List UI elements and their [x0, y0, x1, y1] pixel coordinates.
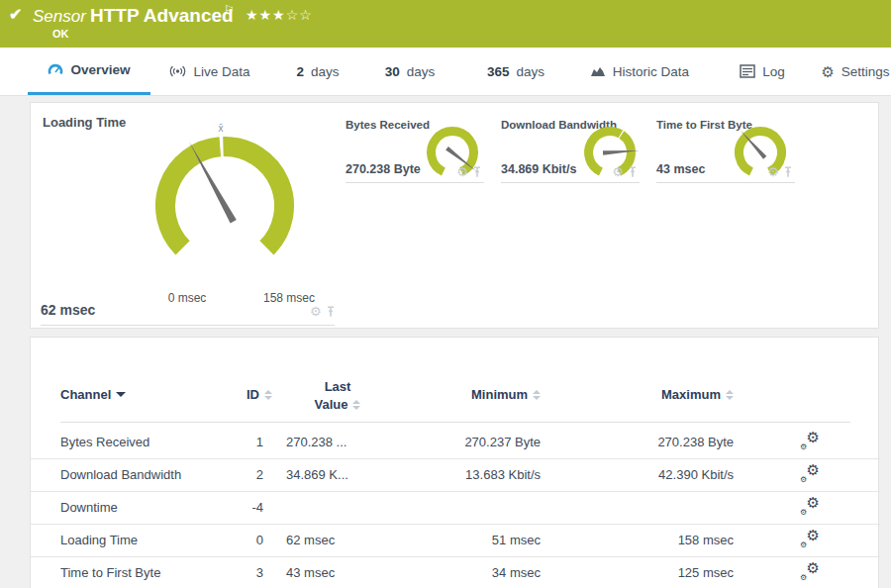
- channel-name: Downtime: [60, 500, 239, 515]
- tab-historic-data[interactable]: Historic Data: [582, 48, 697, 95]
- bytes-received-value: 270.238 Byte: [346, 162, 421, 176]
- tab-30-days-label: days: [407, 64, 436, 79]
- sort-desc-icon: [116, 392, 126, 397]
- column-header-maximum-label: Maximum: [661, 387, 721, 402]
- pin-icon[interactable]: [783, 166, 793, 178]
- average-marker-label: x̄: [219, 123, 224, 134]
- flag-icon[interactable]: ⚐: [224, 3, 235, 17]
- tab-365-days-number: 365: [487, 64, 510, 79]
- channel-maximum: 42.390 Kbit/s: [605, 467, 734, 482]
- sensor-status-header: ✔ Sensor HTTP Advanced ⚐ ★★★☆☆ OK: [0, 0, 891, 48]
- log-list-icon: [740, 64, 755, 78]
- channel-settings-gears-icon[interactable]: ⚙⚙: [800, 497, 820, 517]
- table-row-download-bandwidth: Download Bandwidth 2 34.869 K... 13.683 …: [31, 459, 880, 492]
- channel-minimum: 51 msec: [412, 533, 541, 547]
- table-row-bytes-received: Bytes Received 1 270.238 ... 270.237 Byt…: [31, 427, 880, 459]
- tab-365-days-label: days: [517, 64, 545, 79]
- channel-id: -4: [229, 500, 263, 515]
- tab-bar: Overview Live Data 2 days 30 days 365 da…: [0, 48, 891, 96]
- channel-id: 3: [229, 565, 263, 580]
- sort-icon: [533, 390, 541, 400]
- column-header-id[interactable]: ID: [247, 387, 272, 402]
- priority-stars[interactable]: ★★★☆☆: [246, 7, 313, 23]
- channel-last-value: 62 msec: [286, 533, 410, 547]
- ok-check-icon: ✔: [9, 5, 22, 24]
- table-row-loading-time: Loading Time 0 62 msec 51 msec 158 msec …: [31, 525, 880, 557]
- channel-maximum: 125 msec: [605, 565, 734, 580]
- channel-last-value: 34.869 K...: [286, 467, 410, 482]
- cell-divider: [346, 182, 484, 183]
- column-header-last-label: Last: [296, 378, 379, 396]
- tab-log-label: Log: [762, 64, 785, 79]
- channel-minimum: 34 msec: [412, 565, 541, 580]
- channel-minimum: 270.237 Byte: [412, 435, 541, 449]
- column-header-maximum[interactable]: Maximum: [661, 387, 734, 402]
- download-bandwidth-gauge-cell: Download Bandwidth 34.869 Kbit/s ⚙: [501, 113, 640, 184]
- bytes-received-gauge-cell: Bytes Received 270.238 Byte ⚙: [346, 113, 484, 184]
- tab-live-data[interactable]: Live Data: [158, 48, 261, 95]
- channel-last-value: 270.238 ...: [286, 435, 410, 449]
- object-kind-label: Sensor: [33, 7, 86, 27]
- sort-icon: [264, 390, 272, 400]
- table-row-time-to-first-byte: Time to First Byte 3 43 msec 34 msec 125…: [31, 557, 880, 588]
- channels-table-panel: Channel ID Last Value Minimum Maximum By…: [30, 337, 879, 588]
- download-bandwidth-value: 34.869 Kbit/s: [501, 162, 576, 176]
- tab-settings[interactable]: ⚙ Settings: [818, 48, 891, 95]
- channel-minimum: 13.683 Kbit/s: [412, 467, 541, 482]
- channel-id: 2: [229, 467, 263, 482]
- channel-name: Download Bandwidth: [60, 467, 239, 482]
- gauge-settings-gear-icon[interactable]: ⚙: [310, 305, 322, 318]
- tab-settings-label: Settings: [842, 64, 890, 79]
- table-row-downtime: Downtime -4 ⚙⚙: [31, 492, 880, 525]
- channel-settings-gears-icon[interactable]: ⚙⚙: [800, 530, 820, 549]
- tab-2-days-label: days: [311, 64, 340, 79]
- channel-id: 1: [229, 435, 263, 449]
- tab-log[interactable]: Log: [731, 48, 794, 95]
- channel-maximum: 270.238 Byte: [605, 435, 734, 449]
- channel-name: Loading Time: [60, 533, 239, 547]
- loading-time-value: 62 msec: [41, 302, 95, 318]
- channel-settings-gears-icon[interactable]: ⚙⚙: [800, 562, 820, 582]
- column-header-channel[interactable]: Channel: [60, 387, 126, 402]
- broadcast-icon: [169, 63, 186, 79]
- bytes-received-gauge-actions: ⚙: [456, 165, 482, 178]
- gear-icon: ⚙: [821, 64, 834, 79]
- time-to-first-byte-gauge-cell: Time to First Byte 43 msec ⚙: [656, 113, 795, 184]
- tab-365-days[interactable]: 365 days: [475, 48, 556, 95]
- column-header-channel-label: Channel: [60, 387, 111, 402]
- sensor-status-text: OK: [52, 28, 69, 40]
- loading-time-gauge-label: Loading Time: [43, 115, 126, 130]
- gauge-settings-gear-icon[interactable]: ⚙: [456, 165, 468, 178]
- channel-last-value: 43 msec: [286, 565, 410, 580]
- loading-time-gauge: x̄: [140, 118, 318, 296]
- channel-name: Time to First Byte: [60, 565, 239, 580]
- loading-time-gauge-actions: ⚙: [310, 305, 336, 318]
- channel-name: Bytes Received: [60, 435, 239, 449]
- cell-divider: [501, 182, 640, 183]
- channel-maximum: 158 msec: [605, 533, 734, 547]
- column-header-value-label: Value: [315, 396, 348, 414]
- channel-id: 0: [229, 533, 263, 547]
- gauge-scale-max: 158 msec: [256, 291, 322, 305]
- table-header-divider: [60, 422, 850, 423]
- pin-icon[interactable]: [326, 306, 336, 318]
- pin-icon[interactable]: [628, 166, 638, 178]
- gauge-settings-gear-icon[interactable]: ⚙: [767, 165, 779, 178]
- gauge-settings-gear-icon[interactable]: ⚙: [612, 165, 624, 178]
- tab-overview[interactable]: Overview: [28, 48, 150, 95]
- column-header-minimum[interactable]: Minimum: [471, 387, 541, 402]
- tab-30-days[interactable]: 30 days: [374, 48, 446, 95]
- channel-settings-gears-icon[interactable]: ⚙⚙: [800, 464, 820, 484]
- column-header-id-label: ID: [247, 387, 259, 402]
- tab-30-days-number: 30: [385, 64, 400, 79]
- gauge-icon: [48, 62, 63, 78]
- prtg-sensor-page: ✔ Sensor HTTP Advanced ⚐ ★★★☆☆ OK Overvi…: [0, 0, 891, 588]
- stars-empty: ☆☆: [286, 7, 313, 23]
- tab-2-days[interactable]: 2 days: [285, 48, 350, 95]
- pin-icon[interactable]: [472, 166, 482, 178]
- channel-settings-gears-icon[interactable]: ⚙⚙: [800, 432, 820, 451]
- gauges-panel: Loading Time x̄ 0 msec 158 msec 62 msec …: [30, 102, 879, 329]
- tab-2-days-number: 2: [296, 64, 304, 79]
- column-header-last-value[interactable]: Last Value: [296, 378, 379, 414]
- bytes-received-gauge-label: Bytes Received: [346, 119, 430, 131]
